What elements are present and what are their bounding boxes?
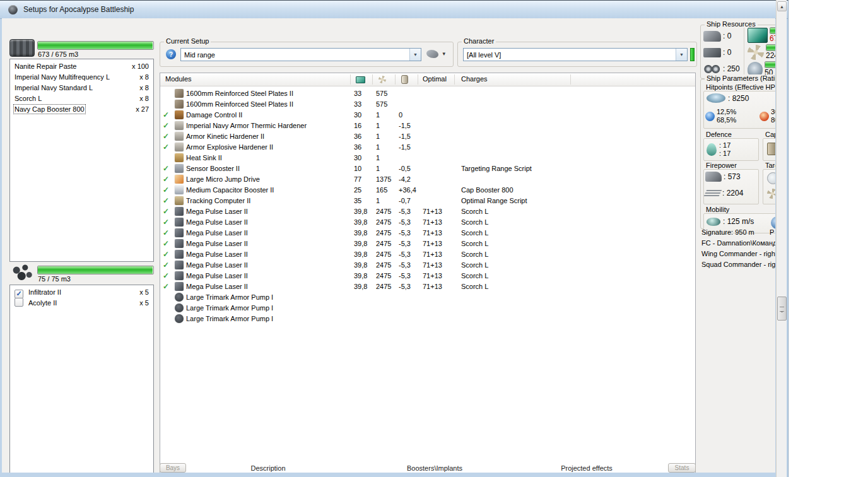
stats-button[interactable]: Stats (668, 463, 696, 473)
targeting-label: Targ (765, 162, 775, 169)
module-row[interactable]: Mega Pulse Laser II 39,8 2475 -5,3 71+13… (160, 281, 695, 292)
module-cpu: 39,8 (354, 206, 367, 217)
section-projected-effects[interactable]: Projected effects (536, 464, 638, 472)
module-name: Large Micro Jump Drive (186, 174, 260, 185)
module-powergrid: 2475 (376, 238, 391, 249)
ship-stats-pane: Ship Resources : 0 : 0 (698, 18, 775, 473)
module-cpu: 77 (354, 174, 361, 185)
module-powergrid: 2475 (376, 228, 391, 238)
module-row[interactable]: Large Micro Jump Drive 77 1375 -4,2 (160, 174, 695, 185)
module-row[interactable]: Imperial Navy Armor Thermic Hardener 16 … (160, 121, 695, 131)
setup-select[interactable]: Mid range (180, 48, 421, 61)
module-row[interactable]: Mega Pulse Laser II 39,8 2475 -5,3 71+13… (160, 260, 695, 271)
powergrid-icon (748, 45, 764, 60)
character-select[interactable]: [All level V] (463, 48, 688, 61)
shield-hp-value: : 8250 (728, 94, 749, 103)
module-row[interactable]: Mega Pulse Laser II 39,8 2475 -5,3 71+13… (160, 249, 695, 260)
drone-list: x 5Infiltrator II x 5Acolyte II (9, 285, 154, 473)
module-row[interactable]: Mega Pulse Laser II 39,8 2475 -5,3 71+13… (160, 217, 695, 228)
module-cap-use: -1,5 (399, 131, 411, 142)
module-row[interactable]: Damage Control II 30 1 0 (160, 110, 695, 121)
cargo-list: x 100 Nanite Repair Paste x 8 Imperial N… (9, 59, 154, 262)
thermal-resist-icon (760, 112, 769, 121)
active-check-icon (163, 249, 172, 260)
module-optimal: 71+13 (423, 249, 442, 260)
module-name: Mega Pulse Laser II (186, 217, 248, 228)
cargo-capacity-label: 673 / 675 m3 (38, 50, 78, 58)
cargo-item-qty: x 8 (139, 72, 149, 83)
title-bar[interactable]: Setups for Apocalypse Battleship (0, 1, 788, 19)
module-name: Large Trimark Armor Pump I (186, 303, 273, 314)
max-targets-icon (767, 189, 775, 199)
module-row[interactable]: Mega Pulse Laser II 39,8 2475 -5,3 71+13… (160, 228, 695, 238)
drone-item[interactable]: x 5Infiltrator II (10, 287, 153, 298)
section-description[interactable]: Description (229, 464, 307, 472)
module-cpu: 39,8 (354, 217, 367, 228)
drone-capacity-bar (37, 266, 154, 274)
cargo-item[interactable]: x 8 Scorch L (10, 93, 153, 104)
module-row[interactable]: Large Trimark Armor Pump I (160, 292, 695, 303)
optimal-header-label: Optimal (423, 75, 447, 83)
active-check-icon (163, 217, 172, 228)
module-row[interactable]: Heat Sink II 30 1 (160, 153, 695, 163)
hardpoint-row: : 0 (703, 28, 742, 44)
module-optimal: 71+13 (423, 260, 442, 271)
module-powergrid: 1 (376, 153, 380, 163)
fc-note: FC - Damnation\Команд (701, 239, 775, 247)
module-row[interactable]: Armor Kinetic Hardener II 36 1 -1,5 (160, 131, 695, 142)
module-row[interactable]: Large Trimark Armor Pump I (160, 303, 695, 314)
ship-browser-button[interactable]: ▾ (426, 49, 445, 59)
module-cap-use: -0,7 (399, 196, 411, 206)
module-row[interactable]: Medium Capacitor Booster II 25 165 +36,4… (160, 185, 695, 196)
cpu-icon (356, 76, 365, 83)
module-row[interactable]: Mega Pulse Laser II 39,8 2475 -5,3 71+13… (160, 238, 695, 249)
scan-resolution-icon (767, 172, 775, 184)
vertical-scrollbar[interactable] (776, 0, 787, 477)
cargo-item[interactable]: x 8 Imperial Navy Multifrequency L (10, 72, 153, 83)
rig-icon (175, 303, 184, 312)
module-row[interactable]: Mega Pulse Laser II 39,8 2475 -5,3 71+13… (160, 206, 695, 217)
page-background (789, 0, 868, 477)
module-cap-use: -0,5 (399, 163, 411, 174)
drone-item[interactable]: x 5Acolyte II (10, 298, 153, 309)
module-row[interactable]: 1600mm Reinforced Steel Plates II 33 575 (160, 99, 695, 110)
help-icon[interactable] (166, 49, 176, 59)
micro-jump-drive-icon (175, 175, 184, 184)
module-cap-use: -1,5 (399, 121, 411, 131)
module-row[interactable]: Armor Explosive Hardener II 36 1 -1,5 (160, 142, 695, 153)
cargo-item[interactable]: x 27 Navy Cap Booster 800 (10, 104, 153, 115)
section-boosters-implants[interactable]: Boosters\Implants (384, 464, 486, 472)
modules-table-header[interactable]: Modules Optimal Charges (160, 73, 695, 86)
scrollbar-thumb[interactable] (777, 297, 787, 321)
module-powergrid: 2475 (376, 217, 391, 228)
module-row[interactable]: Tracking Computer II 35 1 -0,7 Optimal R… (160, 196, 695, 206)
module-row[interactable]: Large Trimark Armor Pump I (160, 314, 695, 324)
cargo-item-name: Imperial Navy Standard L (15, 84, 93, 91)
rig-icon (175, 293, 184, 302)
cargo-item[interactable]: x 100 Nanite Repair Paste (10, 61, 153, 72)
module-row[interactable]: Mega Pulse Laser II 39,8 2475 -5,3 71+13… (160, 271, 695, 281)
cargo-item-qty: x 27 (136, 104, 149, 115)
turret-hardpoint-icon (703, 31, 721, 42)
active-check-icon (163, 260, 172, 271)
pulse-laser-icon (175, 250, 184, 259)
scroll-up-arrow[interactable] (777, 1, 787, 11)
mobility-label: Mobility (706, 206, 729, 213)
bays-button[interactable]: Bays (160, 463, 186, 473)
velocity-icon (707, 218, 720, 226)
hardpoints-column: : 0 : 0 : 250 (703, 28, 742, 77)
module-row[interactable]: Sensor Booster II 10 1 -0,5 Targeting Ra… (160, 163, 695, 174)
module-powergrid: 1 (376, 196, 380, 206)
current-setup-label: Current Setup (164, 37, 211, 45)
usage-value: 679 (770, 34, 775, 43)
module-row[interactable]: 1600mm Reinforced Steel Plates II 33 575 (160, 88, 695, 99)
heat-sink-icon (175, 153, 184, 162)
module-powergrid: 1 (376, 121, 380, 131)
drone-checkbox[interactable] (15, 298, 23, 307)
module-charge: Scorch L (461, 281, 488, 292)
module-powergrid: 1 (376, 110, 380, 121)
module-powergrid: 165 (376, 185, 387, 196)
cargo-item[interactable]: x 8 Imperial Navy Standard L (10, 83, 153, 93)
drone-checkbox[interactable] (15, 290, 23, 298)
module-cpu: 39,8 (354, 260, 367, 271)
